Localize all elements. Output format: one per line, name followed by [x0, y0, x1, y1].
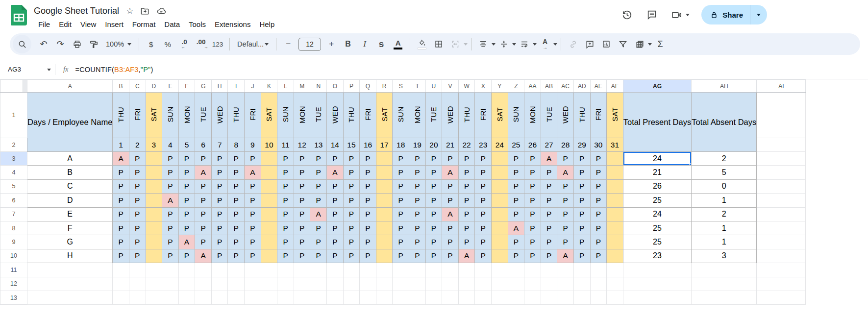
- cell-AE12[interactable]: [590, 277, 607, 291]
- col-header-H[interactable]: H: [211, 80, 228, 93]
- col-header-F[interactable]: F: [178, 80, 195, 93]
- cell-AF7[interactable]: [607, 207, 623, 221]
- cell-AF6[interactable]: [607, 194, 623, 207]
- cell-AD3[interactable]: P: [573, 152, 590, 166]
- row-header-1[interactable]: 1: [0, 93, 27, 138]
- cell-S3[interactable]: P: [393, 152, 409, 166]
- cell-G13[interactable]: [195, 291, 212, 304]
- cell-Z5[interactable]: P: [508, 179, 524, 193]
- functions-icon[interactable]: Σ: [653, 37, 668, 51]
- cell-AA13[interactable]: [524, 291, 541, 304]
- cell-J6[interactable]: P: [245, 194, 261, 207]
- cell-B9[interactable]: P: [113, 235, 129, 249]
- cell-O5[interactable]: P: [327, 179, 344, 193]
- more-formats-icon[interactable]: 123: [210, 37, 225, 51]
- row-header-2[interactable]: 2: [0, 138, 27, 152]
- cell-V1[interactable]: WED: [442, 93, 459, 138]
- cell-F10[interactable]: P: [178, 249, 195, 263]
- cell-F8[interactable]: P: [178, 221, 195, 235]
- cell-L4[interactable]: P: [277, 166, 294, 179]
- cell-Z9[interactable]: P: [508, 235, 524, 249]
- font-family-select[interactable]: Defaul...: [234, 37, 272, 51]
- cell-S11[interactable]: [393, 263, 409, 277]
- table-views-icon[interactable]: [632, 37, 647, 51]
- cell-N2[interactable]: 13: [310, 138, 327, 152]
- font-size-input[interactable]: 12: [298, 38, 321, 51]
- cell-AI3[interactable]: [757, 152, 806, 166]
- cell-J8[interactable]: P: [245, 221, 261, 235]
- print-icon[interactable]: [70, 37, 84, 51]
- cell-T8[interactable]: P: [409, 221, 426, 235]
- cell-AI2[interactable]: [757, 138, 806, 152]
- cell-X12[interactable]: [475, 277, 492, 291]
- cell-M4[interactable]: P: [294, 166, 310, 179]
- cell-H1[interactable]: WED: [211, 93, 228, 138]
- cell-T9[interactable]: P: [409, 235, 426, 249]
- cell-AA7[interactable]: P: [524, 207, 541, 221]
- cell-P3[interactable]: P: [343, 152, 360, 166]
- cell-D4[interactable]: [146, 166, 162, 179]
- cell-Z13[interactable]: [508, 291, 524, 304]
- cell-C7[interactable]: P: [129, 207, 146, 221]
- cell-K9[interactable]: [261, 235, 277, 249]
- cell-Y4[interactable]: [491, 166, 508, 179]
- cell-U4[interactable]: P: [425, 166, 442, 179]
- cell-W9[interactable]: P: [458, 235, 475, 249]
- cell-C2[interactable]: 2: [129, 138, 146, 152]
- cell-E9[interactable]: P: [162, 235, 179, 249]
- cell-I13[interactable]: [228, 291, 245, 304]
- decrease-decimal-icon[interactable]: .0←: [177, 37, 192, 51]
- cell-Y1[interactable]: SAT: [491, 93, 508, 138]
- cell-Y8[interactable]: [491, 221, 508, 235]
- cell-R2[interactable]: 17: [376, 138, 393, 152]
- cell-N3[interactable]: P: [310, 152, 327, 166]
- cell-O2[interactable]: 14: [327, 138, 344, 152]
- cell-AC6[interactable]: P: [557, 194, 574, 207]
- cell-T3[interactable]: P: [409, 152, 426, 166]
- cell-O10[interactable]: P: [327, 249, 344, 263]
- cell-AF9[interactable]: [607, 235, 623, 249]
- cell-H5[interactable]: P: [211, 179, 228, 193]
- cell-Y10[interactable]: [491, 249, 508, 263]
- cell-R7[interactable]: [376, 207, 393, 221]
- cell-F4[interactable]: P: [178, 166, 195, 179]
- col-header-D[interactable]: D: [146, 80, 162, 93]
- cell-B8[interactable]: P: [113, 221, 129, 235]
- cell-AD13[interactable]: [573, 291, 590, 304]
- menu-format[interactable]: Format: [128, 19, 160, 29]
- cell-AH8[interactable]: 1: [692, 221, 757, 235]
- cell-AD8[interactable]: P: [573, 221, 590, 235]
- paint-format-icon[interactable]: [86, 37, 101, 51]
- cell-AD11[interactable]: [573, 263, 590, 277]
- cell-U3[interactable]: P: [425, 152, 442, 166]
- cell-Q11[interactable]: [360, 263, 376, 277]
- cell-M1[interactable]: MON: [294, 93, 310, 138]
- cell-AH5[interactable]: 0: [692, 179, 757, 193]
- cell-B6[interactable]: P: [113, 194, 129, 207]
- cell-AG7[interactable]: 24: [623, 207, 691, 221]
- cell-U10[interactable]: P: [425, 249, 442, 263]
- zoom-select[interactable]: 100%: [103, 37, 134, 51]
- cell-AA12[interactable]: [524, 277, 541, 291]
- cell-C13[interactable]: [129, 291, 146, 304]
- cell-AH10[interactable]: 3: [692, 249, 757, 263]
- cell-AI7[interactable]: [757, 207, 806, 221]
- cell-W2[interactable]: 22: [458, 138, 475, 152]
- cell-W7[interactable]: P: [458, 207, 475, 221]
- cell-Z3[interactable]: P: [508, 152, 524, 166]
- cell-S10[interactable]: P: [393, 249, 409, 263]
- cell-A6[interactable]: D: [27, 194, 113, 207]
- cell-L3[interactable]: P: [277, 152, 294, 166]
- cell-J2[interactable]: 9: [245, 138, 261, 152]
- cell-J11[interactable]: [245, 263, 261, 277]
- cell-E2[interactable]: 4: [162, 138, 179, 152]
- cell-M3[interactable]: P: [294, 152, 310, 166]
- cloud-saved-icon[interactable]: [156, 6, 166, 16]
- cell-H7[interactable]: P: [211, 207, 228, 221]
- cell-W10[interactable]: A: [458, 249, 475, 263]
- cell-AD4[interactable]: P: [573, 166, 590, 179]
- bold-icon[interactable]: B: [341, 37, 355, 51]
- cell-K7[interactable]: [261, 207, 277, 221]
- cell-Z6[interactable]: P: [508, 194, 524, 207]
- col-header-V[interactable]: V: [442, 80, 459, 93]
